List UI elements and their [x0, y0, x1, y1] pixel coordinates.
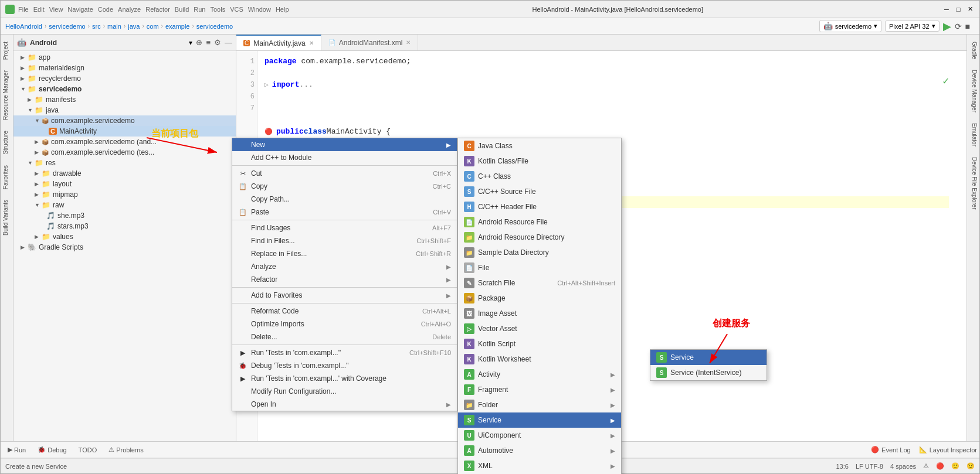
submenu-item-package[interactable]: 📦 Package	[458, 291, 621, 306]
debug-button[interactable]: ⟳	[955, 22, 962, 31]
bottom-tab-run[interactable]: ▶ Run	[3, 444, 30, 455]
tree-item-drawable[interactable]: ▶ 📁 drawable	[13, 168, 236, 179]
bottom-tab-todo[interactable]: TODO	[74, 445, 102, 455]
menu-vcs[interactable]: VCS	[230, 6, 243, 13]
sidebar-tab-project[interactable]: Project	[1, 37, 13, 64]
project-tree-btn4[interactable]: —	[225, 38, 232, 47]
sidebar-tab-favorites[interactable]: Favorites	[1, 161, 13, 194]
submenu-item-csrc[interactable]: S C/C++ Source File	[458, 184, 621, 199]
bottom-tab-problems[interactable]: ⚠ Problems	[104, 444, 148, 455]
bottom-tab-debug[interactable]: 🐞 Debug	[33, 444, 71, 455]
submenu-item-service[interactable]: S Service ▶	[458, 412, 621, 428]
tree-item-com-example-tes[interactable]: ▶ 📦 com.example.servicedemo (tes...	[13, 147, 236, 158]
tree-item-servicedemo[interactable]: ▼ 📁 servicedemo	[13, 84, 236, 94]
breadcrumb-example[interactable]: example	[165, 23, 190, 30]
layout-inspector-area[interactable]: 📐 Layout Inspector	[919, 446, 977, 453]
event-log-area[interactable]: 🔴 Event Log	[871, 446, 911, 453]
tree-item-gradle-scripts[interactable]: ▶ 🐘 Gradle Scripts	[13, 242, 236, 253]
right-tab-gradle[interactable]: Gradle	[967, 37, 979, 64]
submenu-item-folder[interactable]: 📁 Folder ▶	[458, 397, 621, 412]
tab-close-mainactivity[interactable]: ✕	[309, 40, 314, 46]
submenu-item-image-asset[interactable]: 🖼 Image Asset	[458, 306, 621, 321]
submenu-item-chdr[interactable]: H C/C++ Header File	[458, 199, 621, 214]
menu-run[interactable]: Run	[194, 6, 205, 13]
tab-close-androidmanifest[interactable]: ✕	[406, 39, 411, 46]
submenu-item-android-resource-file[interactable]: 📄 Android Resource File	[458, 214, 621, 230]
ctx-item-run-tests[interactable]: ▶ Run 'Tests in 'com.exampl...'' Ctrl+Sh…	[232, 346, 457, 359]
tree-item-manifests[interactable]: ▶ 📁 manifests	[13, 94, 236, 105]
menu-code[interactable]: Code	[98, 6, 113, 13]
run-config-selector[interactable]: 🤖 servicedemo ▾	[819, 20, 881, 32]
ctx-item-copy-path[interactable]: Copy Path...	[232, 193, 457, 206]
ctx-item-find-in-files[interactable]: Find in Files... Ctrl+Shift+F	[232, 234, 457, 247]
breadcrumb-servicedemo2[interactable]: servicedemo	[196, 23, 233, 30]
tree-item-values[interactable]: ▶ 📁 values	[13, 231, 236, 242]
submenu-item-sample-data-dir[interactable]: 📁 Sample Data Directory	[458, 245, 621, 260]
submenu-item-xml[interactable]: X XML ▶	[458, 458, 621, 473]
ctx-item-analyze[interactable]: Analyze ▶	[232, 260, 457, 273]
ctx-item-delete[interactable]: Delete... Delete	[232, 330, 457, 343]
project-tree-btn2[interactable]: ≡	[206, 38, 211, 47]
submenu-item-vector-asset[interactable]: ▷ Vector Asset	[458, 321, 621, 336]
menu-help[interactable]: Help	[276, 6, 289, 13]
tree-item-mipmap[interactable]: ▶ 📁 mipmap	[13, 189, 236, 200]
tree-item-mainactivity[interactable]: C MainActivity	[13, 126, 236, 137]
project-tree-btn1[interactable]: ⊕	[196, 38, 202, 47]
tree-item-layout[interactable]: ▶ 📁 layout	[13, 179, 236, 189]
menu-refactor[interactable]: Refactor	[145, 6, 170, 13]
collapse-icon[interactable]: ▷	[265, 79, 269, 91]
ctx-item-add-cpp[interactable]: Add C++ to Module	[232, 151, 457, 164]
breadcrumb-helloandroid[interactable]: HelloAndroid	[5, 23, 42, 30]
ctx-item-replace-in-files[interactable]: Replace in Files... Ctrl+Shift+R	[232, 247, 457, 260]
tree-item-app[interactable]: ▶ 📁 app	[13, 52, 236, 63]
tree-item-stars-mp3[interactable]: 🎵 stars.mp3	[13, 221, 236, 231]
submenu-item-kotlin-script[interactable]: K Kotlin Script	[458, 336, 621, 352]
breadcrumb-main[interactable]: main	[107, 23, 121, 30]
submenu-item-android-resource-dir[interactable]: 📁 Android Resource Directory	[458, 230, 621, 245]
ctx-item-find-usages[interactable]: Find Usages Alt+F7	[232, 221, 457, 234]
tree-item-com-example-servicedemo[interactable]: ▼ 📦 com.example.servicedemo	[13, 115, 236, 126]
menu-analyze[interactable]: Analyze	[118, 6, 141, 13]
submenu-item-cpp-class[interactable]: C C++ Class	[458, 169, 621, 184]
tree-item-raw[interactable]: ▼ 📁 raw	[13, 200, 236, 210]
breadcrumb-src[interactable]: src	[92, 23, 101, 30]
tree-item-res[interactable]: ▼ 📁 res	[13, 158, 236, 168]
tree-item-she-mp3[interactable]: 🎵 she.mp3	[13, 210, 236, 221]
tree-item-java[interactable]: ▼ 📁 java	[13, 105, 236, 115]
ctx-item-run-with-coverage[interactable]: ▶ Run 'Tests in 'com.exampl...' with Cov…	[232, 372, 457, 385]
tab-mainactivity[interactable]: C MainActivity.java ✕	[236, 35, 321, 50]
submenu-item-fragment[interactable]: F Fragment ▶	[458, 382, 621, 397]
submenu-item-kotlin-class[interactable]: K Kotlin Class/File	[458, 154, 621, 169]
minimize-button[interactable]: ─	[942, 5, 951, 14]
sidebar-tab-structure[interactable]: Structure	[1, 126, 13, 159]
stop-button[interactable]: ■	[965, 22, 970, 31]
close-button[interactable]: ✕	[965, 5, 975, 14]
submenu-item-uicomponent[interactable]: U UiComponent ▶	[458, 428, 621, 443]
submenu-item-scratch-file[interactable]: ✎ Scratch File Ctrl+Alt+Shift+Insert	[458, 275, 621, 291]
maximize-button[interactable]: □	[954, 5, 963, 14]
menu-tools[interactable]: Tools	[210, 6, 225, 13]
ctx-item-refactor[interactable]: Refactor ▶	[232, 273, 457, 286]
ctx-item-add-to-favorites[interactable]: Add to Favorites ▶	[232, 289, 457, 302]
ctx-item-cut[interactable]: ✂ Cut Ctrl+X	[232, 167, 457, 180]
menu-navigate[interactable]: Navigate	[67, 6, 93, 13]
device-selector[interactable]: Pixel 2 API 32 ▾	[885, 21, 940, 32]
submenu-item-java-class[interactable]: C Java Class	[458, 138, 621, 154]
menu-window[interactable]: Window	[248, 6, 271, 13]
breadcrumb-com[interactable]: com	[147, 23, 159, 30]
submenu-item-kotlin-worksheet[interactable]: K Kotlin Worksheet	[458, 352, 621, 367]
ctx-item-copy[interactable]: 📋 Copy Ctrl+C	[232, 180, 457, 193]
menu-edit[interactable]: Edit	[33, 6, 45, 13]
right-tab-device-file-explorer[interactable]: Device File Explorer	[967, 152, 979, 214]
ctx-item-open-in[interactable]: Open In ▶	[232, 398, 457, 411]
ctx-item-reformat[interactable]: Reformat Code Ctrl+Alt+L	[232, 305, 457, 318]
menu-file[interactable]: File	[18, 6, 29, 13]
breadcrumb-servicedemo[interactable]: servicedemo	[49, 23, 85, 30]
submenu-item-activity[interactable]: A Activity ▶	[458, 367, 621, 382]
menu-build[interactable]: Build	[175, 6, 189, 13]
ctx-item-new[interactable]: New ▶	[232, 138, 457, 151]
project-tree-btn3[interactable]: ⚙	[214, 38, 221, 47]
ctx-item-optimize-imports[interactable]: Optimize Imports Ctrl+Alt+O	[232, 318, 457, 330]
service-submenu-item-service[interactable]: S Service	[650, 350, 767, 365]
run-button[interactable]: ▶	[943, 20, 951, 33]
